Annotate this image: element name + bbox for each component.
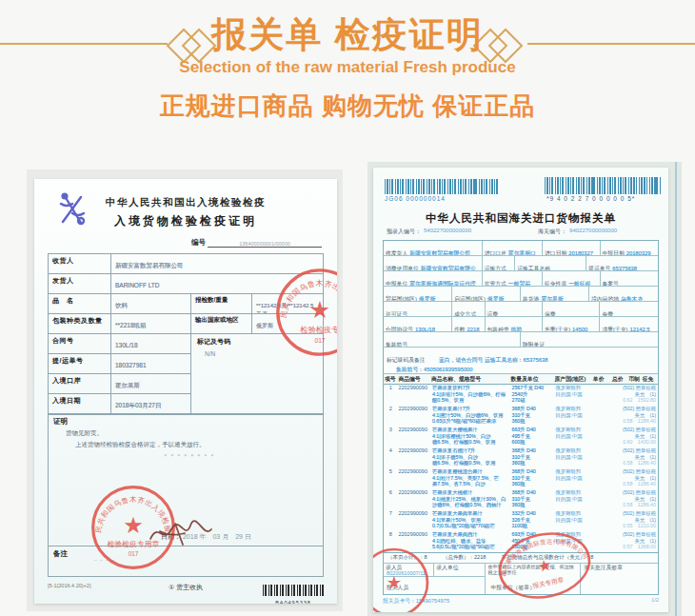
field-cell: 消费使用单位新疆安富数贸易有限公司 <box>384 256 483 270</box>
items-header-cell: 商品名称、规格型号 <box>430 374 510 384</box>
item-no: 3 <box>384 427 397 447</box>
row-label: 合同号 <box>49 334 111 353</box>
item-desc-line: 糖6.5%、柠檬酸0.5%、饮用 <box>431 460 509 467</box>
item-row: 12202990090芒果浓浆饮料7升4:1|浓缩汁5%、白沙糖6%、柠檬酸0.… <box>384 385 658 406</box>
section-subtitle: Selection of the raw material Fresh prod… <box>0 58 695 77</box>
field-cell: 运输方式公路运输 <box>483 256 516 270</box>
cert-label: 证明 <box>53 417 68 427</box>
item-right-line: 美元 (1) <box>593 538 657 545</box>
item-code: 2202990090 <box>397 489 430 510</box>
barcode <box>263 585 324 596</box>
field-cell: 备案号 <box>601 271 658 286</box>
item-quantity: 663升 D40495千克600瓶 <box>509 427 553 447</box>
item-right-line: 美元 (1) <box>593 454 657 461</box>
item-qty-line: 600瓶 <box>510 439 552 446</box>
field-cell: 征免性质一般征税 <box>543 271 600 286</box>
field-label: 消费使用单位 <box>386 266 419 270</box>
item-code: 2202990090 <box>397 406 430 427</box>
field-cell: 成交方式CIF <box>452 302 486 316</box>
item-description: 芒果浓浆石榴汁7升4:1|浓子糖5%、白沙糖6.5%、柠檬酸0.5%、饮用 <box>430 447 510 468</box>
field-label: 净重(千克) <box>602 327 627 331</box>
item-right-line: (502) 照章征税 <box>593 531 657 538</box>
field-label: 随附单证 <box>523 342 545 347</box>
field-value: 乌鲁木齐 <box>621 296 643 301</box>
field-label: 境内目的地 <box>591 296 619 301</box>
field-value: 一般贸易 <box>508 281 530 286</box>
field-label: 杂费 <box>602 311 613 316</box>
field-label: 装货港 <box>523 296 539 301</box>
field-row: 许可证号成交方式CIF运费保费杂费 <box>384 302 658 317</box>
item-right-line: 0.55 1210.00 <box>593 523 657 529</box>
field-value: 20180329 <box>626 250 651 255</box>
field-label: 征免性质 <box>545 281 566 286</box>
item-right-line: (502) 照章征税 <box>593 468 657 475</box>
customs-form-box: 收发货人新疆安富数贸易有限公司进口口岸霍尔果斯口岸进口日期20180327申报日… <box>383 240 659 564</box>
field-label: 毛重(千克) <box>545 327 570 331</box>
item-no: 1 <box>384 385 397 406</box>
svg-text:★: ★ <box>536 556 553 576</box>
entry-unit-label: 录入单位 <box>434 563 484 576</box>
field-label: 申报单位 <box>386 281 407 286</box>
item-tax-currency: (502) 照章征税美元 (1)0.57 1368.00 <box>592 531 658 552</box>
field-label: 申报日期 <box>603 250 625 255</box>
field-cell: 贸易国(地区)俄罗斯 <box>384 287 452 301</box>
field-cell: 进口日期20180327 <box>543 241 600 255</box>
field-cell: 保费 <box>543 302 600 316</box>
item-tax-currency: (502) 照章征税美元 (1)0.58 1286.40 <box>592 468 658 489</box>
cert-line2: 上述货物经检验检疫合格评定，予以通关放行。 <box>75 441 206 449</box>
item-qty-line: 360瓶 <box>510 481 552 487</box>
item-desc-line: 4:1|浓缩樱桃汁50%、白沙 <box>431 433 509 440</box>
field-value: 20180327 <box>568 250 593 255</box>
item-right-line: 美元 (1) <box>593 517 657 524</box>
field-row: 申报单位霍尔果斯海通国际货运代理有限公司监管方式一般贸易征免性质一般征税备案号 <box>384 271 658 287</box>
field-cell: 运输工具名称 <box>515 256 586 270</box>
item-origin-line: 俄罗斯联邦 <box>555 406 591 412</box>
item-row: 22202990090芒果浓浆果汁7升4:1|蜜汁50%、白沙糖6%、饮用0.6… <box>384 406 658 427</box>
customs-no-label: 海关编号： <box>538 228 566 236</box>
item-desc-line: 4:1|桃浆汁25%、桃浆汁30%、白 <box>431 496 509 503</box>
field-cell: 启运国(地区)俄罗斯 <box>452 287 521 301</box>
left-doc-title-line2: 入境货物检验检疫证明 <box>34 213 337 229</box>
item-qty-line: 360瓶 <box>510 502 552 508</box>
item-origin-line: 目的国:中国 <box>555 475 591 482</box>
field-value: 俄罗斯 <box>487 296 504 301</box>
item-quantity: 2567千克 D402540升270箱 <box>509 385 553 406</box>
row-value: 180327981 <box>111 354 190 373</box>
item-qty-line: 360瓶 <box>510 460 552 467</box>
field-label: 运输工具名称 <box>517 266 550 270</box>
item-right-line: 0.58 1286.40 <box>593 460 657 467</box>
field-label: 运输方式 <box>485 266 506 270</box>
items-header-cell: 商品编号 <box>397 374 430 384</box>
item-qty-line: 310千克 <box>510 412 552 419</box>
items-header-cell: 项号 <box>384 374 397 384</box>
item-qty-line: 310千克 <box>510 496 552 503</box>
row-value: 130L/18 <box>111 334 190 353</box>
field-label: 件数 <box>454 327 466 331</box>
field-label: 保费 <box>545 311 556 316</box>
item-desc-line: 芒果浓浆大樱桃果汁 <box>431 427 509 433</box>
row-label: 入境口岸 <box>49 374 111 393</box>
item-origin-line: 目的国:中国 <box>555 391 591 398</box>
item-origin-line: 俄罗斯联邦 <box>555 447 591 454</box>
item-desc-line: 4:1|浓子糖5%、白沙 <box>431 454 509 461</box>
field-row: 消费使用单位新疆安富数贸易有限公司运输方式公路运输运输工具名称提运单号65375… <box>384 256 658 271</box>
field-cell: 毛重(千克)14500 <box>543 317 600 331</box>
svg-text:★: ★ <box>387 572 402 592</box>
item-no: 2 <box>384 406 397 427</box>
item-desc-line: 芒果浓浆大桃椹汁 <box>431 489 509 496</box>
item-qty-line: 332升 D40 <box>510 510 552 517</box>
field-value: 俄罗斯 <box>419 296 435 301</box>
photo-edge-line <box>675 162 677 616</box>
item-origin: 俄罗斯联邦目的国:中国 <box>554 385 592 406</box>
item-tax-currency: (502) 照章征税美元 (1)0.58 1286.40 <box>592 489 658 510</box>
row-label: 品 名 <box>49 294 111 313</box>
item-row: 32202990090芒果浓浆大樱桃果汁4:1|浓缩樱桃汁50%、白沙糖6.5%… <box>384 427 658 447</box>
field-cell: 提运单号65375638 <box>586 256 658 270</box>
item-origin-line: 俄罗斯联邦 <box>555 489 591 496</box>
pre-entry-line: 预录入编号： 540227000000000 海关编号： 94022700000… <box>387 228 655 236</box>
row-label: 发货人 <box>49 274 111 293</box>
item-code: 2202990090 <box>397 468 430 489</box>
item-quantity: 368升 D40310千克360瓶 <box>509 468 553 489</box>
inspection-certificate-paper: 中华人民共和国出入境检验检疫 入境货物检验检疫证明 编号 13640000000… <box>34 179 337 604</box>
field-label: 备案号 <box>603 281 619 286</box>
